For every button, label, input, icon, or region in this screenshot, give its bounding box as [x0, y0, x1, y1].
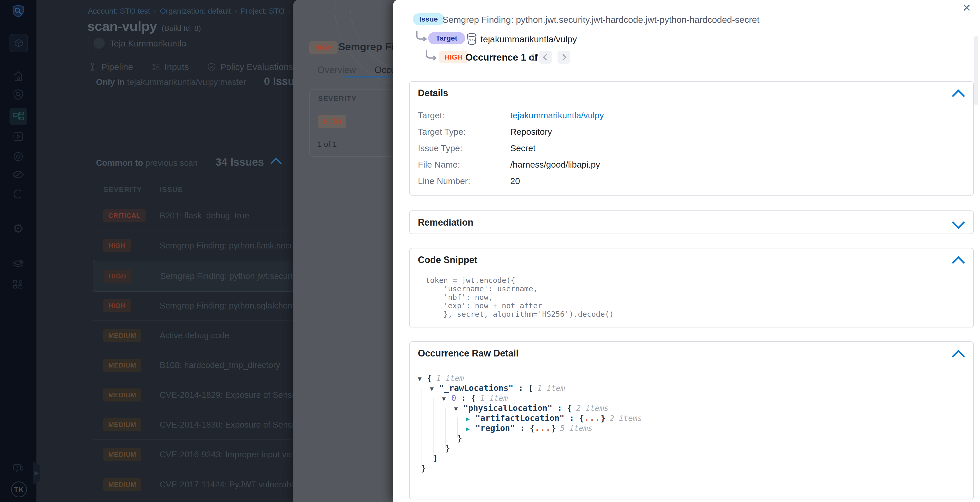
- page-title: scan-vulpy(Build Id: 8): [87, 19, 201, 34]
- tab-policy-evaluations[interactable]: Policy Evaluations: [207, 62, 293, 72]
- app-root: ◎ ⚙ ?: [0, 0, 980, 502]
- nav-targets-icon[interactable]: ◎: [0, 148, 37, 163]
- nav-settings-gear-icon[interactable]: ⚙: [0, 221, 37, 236]
- cube-icon: [13, 38, 24, 49]
- breadcrumb-account[interactable]: Account: STO test: [88, 7, 150, 15]
- module-switcher-button[interactable]: [10, 34, 28, 52]
- severity-badge: MEDIUM: [103, 329, 141, 342]
- breadcrumb-org[interactable]: Organization: default: [160, 7, 231, 15]
- breadcrumb-project[interactable]: Project: STO: [241, 7, 285, 15]
- severity-badge: MEDIUM: [103, 448, 141, 461]
- nav-overview-icon[interactable]: [0, 87, 37, 102]
- severity-badge: HIGH: [103, 299, 130, 312]
- issue-label: Active debug code: [160, 330, 229, 340]
- shield-check-icon: [207, 62, 216, 71]
- inputs-icon: [151, 62, 161, 71]
- nav-home-icon[interactable]: [0, 69, 37, 83]
- nav-executions-icon[interactable]: [0, 129, 37, 144]
- nav-default-settings-icon[interactable]: [0, 257, 37, 272]
- issue-label: B108: hardcoded_tmp_directory: [160, 360, 280, 370]
- help-icon[interactable]: ?: [0, 461, 37, 476]
- left-nav-sidebar: ◎ ⚙ ?: [0, 0, 37, 502]
- column-header-issue: ISSUE: [160, 186, 183, 194]
- severity-badge: HIGH: [104, 270, 131, 283]
- sidebar-divider: [5, 451, 31, 451]
- divider: [89, 36, 89, 53]
- pipeline-icon: [88, 62, 97, 71]
- occurrence-detail-drawer: [393, 0, 980, 502]
- nav-pipelines-icon-selected[interactable]: [10, 108, 27, 125]
- user-avatar-small: [94, 38, 105, 49]
- severity-badge: MEDIUM: [103, 359, 141, 372]
- column-header-severity: SEVERITY: [103, 186, 142, 194]
- harness-sto-logo-icon: [0, 3, 37, 18]
- collapse-chevron-icon[interactable]: [270, 157, 282, 169]
- nav-project-setup-icon[interactable]: [0, 277, 37, 292]
- build-id: (Build Id: 8): [162, 24, 201, 32]
- nav-exemptions-icon[interactable]: [0, 167, 37, 182]
- severity-badge: HIGH: [103, 239, 130, 252]
- svg-text:?: ?: [16, 465, 18, 470]
- severity-badge: MEDIUM: [103, 389, 141, 402]
- sidebar-divider: [5, 25, 31, 26]
- group-common-heading: Common to previous scan 34 Issues: [96, 156, 282, 168]
- group-issue-count: 34 Issues: [215, 156, 264, 168]
- nav-getting-started-icon[interactable]: [0, 187, 37, 201]
- user-avatar[interactable]: TK: [11, 481, 27, 497]
- group-only-in-heading: Only in tejakummarikuntla/vulpy:master 0…: [96, 75, 324, 87]
- triggered-by-user: Teja Kummarikuntla: [110, 38, 186, 49]
- severity-badge: MEDIUM: [103, 418, 141, 431]
- tab-pipeline[interactable]: Pipeline: [88, 62, 133, 72]
- severity-badge: CRITICAL: [103, 209, 146, 222]
- tab-inputs[interactable]: Inputs: [151, 62, 189, 72]
- issue-label: B201: flask_debug_true: [160, 211, 249, 221]
- severity-badge: MEDIUM: [103, 478, 141, 491]
